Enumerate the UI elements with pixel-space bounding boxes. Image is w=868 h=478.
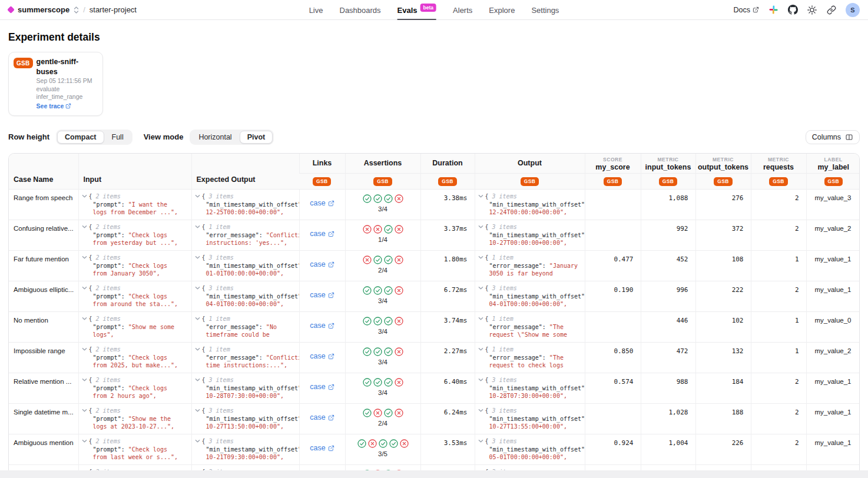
share-link-icon[interactable] <box>826 5 837 15</box>
github-icon[interactable] <box>787 5 798 15</box>
case-link[interactable]: case <box>310 291 334 299</box>
workspace-switcher-icon[interactable] <box>74 6 79 14</box>
col-header-input[interactable]: Input <box>78 154 191 190</box>
table-row[interactable]: Confusing relative...{2 items"prompt": "… <box>9 220 860 251</box>
collapse-toggle-icon[interactable] <box>478 316 483 321</box>
collapse-toggle-icon[interactable] <box>195 408 200 413</box>
item-count: 3 items <box>209 254 234 262</box>
table-row[interactable]: No mention{2 items"prompt": "Show me som… <box>9 312 860 343</box>
nav-item-live[interactable]: Live <box>309 0 323 20</box>
score-cell: 0.924 <box>585 434 641 465</box>
collapse-toggle-icon[interactable] <box>82 286 87 291</box>
label-cell: my_value_1 <box>806 434 860 465</box>
table-row[interactable]: Single datetime m...{2 items"prompt": "S… <box>9 404 860 434</box>
collapse-toggle-icon[interactable] <box>478 255 483 260</box>
columns-button[interactable]: Columns <box>806 130 860 144</box>
col-header-my-score[interactable]: SCOREmy_score <box>585 154 641 174</box>
experiment-card[interactable]: GSB gentle-sniff-buses Sep 05 12:11:56 P… <box>8 52 103 116</box>
assertion-fail-icon <box>395 286 403 295</box>
collapse-toggle-icon[interactable] <box>478 408 483 413</box>
slack-icon[interactable] <box>768 5 778 15</box>
collapse-toggle-icon[interactable] <box>478 286 483 291</box>
collapse-toggle-icon[interactable] <box>82 377 87 383</box>
collapse-toggle-icon[interactable] <box>82 255 87 260</box>
table-row[interactable]: Impossible range{2 items"prompt": "Check… <box>9 343 860 373</box>
input-cell: {2 items"prompt": "Check logsfrom around… <box>78 281 191 312</box>
collapse-toggle-icon[interactable] <box>478 224 483 230</box>
col-header-assertions[interactable]: Assertions <box>345 154 420 174</box>
user-avatar[interactable]: S <box>846 3 860 17</box>
collapse-toggle-icon[interactable] <box>82 194 87 199</box>
input-tokens-cell: 1,028 <box>641 404 695 434</box>
collapse-toggle-icon[interactable] <box>82 439 87 444</box>
collapse-toggle-icon[interactable] <box>478 347 483 352</box>
output-tokens-cell: 372 <box>695 220 751 251</box>
expected-json-preview: {3 items"min_timestamp_with_offset"10-27… <box>195 407 299 431</box>
table-row[interactable]: Ambiguous elliptic...{2 items"prompt": "… <box>9 281 860 312</box>
row-height-option-full[interactable]: Full <box>104 131 131 144</box>
case-link[interactable]: case <box>310 352 334 360</box>
col-header-links[interactable]: Links <box>299 154 345 174</box>
collapse-toggle-icon[interactable] <box>195 224 200 230</box>
collapse-toggle-icon[interactable] <box>478 377 483 383</box>
assertion-fail-icon <box>395 255 403 264</box>
collapse-toggle-icon[interactable] <box>195 316 200 321</box>
view-mode-option-pivot[interactable]: Pivot <box>240 131 273 144</box>
case-link[interactable]: case <box>310 444 334 452</box>
col-header-input-tokens[interactable]: METRICinput_tokens <box>641 154 695 174</box>
nav-item-explore[interactable]: Explore <box>489 0 515 20</box>
table-row[interactable]: Relative mention ...{2 items"prompt": "C… <box>9 373 860 404</box>
nav-item-alerts[interactable]: Alerts <box>453 0 472 20</box>
collapse-toggle-icon[interactable] <box>195 286 200 291</box>
case-link[interactable]: case <box>310 413 334 421</box>
output-cell: {3 items"min_timestamp_with_offset"12-24… <box>475 190 585 220</box>
col-header-duration[interactable]: Duration <box>420 154 475 174</box>
collapse-toggle-icon[interactable] <box>195 439 200 444</box>
collapse-toggle-icon[interactable] <box>195 255 200 260</box>
row-height-toggle: Compact Full <box>56 130 132 145</box>
collapse-toggle-icon[interactable] <box>195 347 200 352</box>
output-cell: {3 items"min_timestamp_with_offset"10-27… <box>475 220 585 251</box>
case-link[interactable]: case <box>310 260 334 268</box>
collapse-toggle-icon[interactable] <box>82 408 87 413</box>
docs-link[interactable]: Docs <box>734 6 759 14</box>
workspace-name[interactable]: summerscope <box>18 5 69 14</box>
collapse-toggle-icon[interactable] <box>195 377 200 383</box>
table-row[interactable]: Range from speech{2 items"prompt": "I wa… <box>9 190 860 220</box>
case-link[interactable]: case <box>310 199 334 207</box>
label-cell: my_value_1 <box>806 373 860 404</box>
external-link-icon <box>328 323 334 329</box>
top-nav: summerscope / starter-project Live Dashb… <box>0 0 868 20</box>
item-count: 3 items <box>492 192 517 201</box>
collapse-toggle-icon[interactable] <box>478 439 483 444</box>
collapse-toggle-icon[interactable] <box>195 194 200 199</box>
see-trace-link[interactable]: See trace <box>37 102 97 110</box>
assertions-cell: 3/4 <box>345 281 420 312</box>
table-row[interactable]: Ambiguous mention{2 items"prompt": "Chec… <box>9 434 860 465</box>
item-count: 3 items <box>492 376 517 384</box>
nav-item-dashboards[interactable]: Dashboards <box>339 0 380 20</box>
score-cell <box>585 220 641 251</box>
nav-item-settings[interactable]: Settings <box>531 0 559 20</box>
collapse-toggle-icon[interactable] <box>82 316 87 321</box>
theme-toggle-icon[interactable] <box>807 5 817 15</box>
case-link[interactable]: case <box>310 321 334 330</box>
col-header-output[interactable]: Output <box>475 154 585 174</box>
case-link[interactable]: case <box>310 383 334 391</box>
col-header-expected-output[interactable]: Expected Output <box>191 154 299 190</box>
case-link[interactable]: case <box>310 230 334 238</box>
project-name[interactable]: starter-project <box>90 5 137 14</box>
col-header-output-tokens[interactable]: METRICoutput_tokens <box>695 154 751 174</box>
table-row[interactable]: Far future mention{2 items"prompt": "Che… <box>9 251 860 281</box>
collapse-toggle-icon[interactable] <box>82 224 87 230</box>
collapse-toggle-icon[interactable] <box>82 347 87 352</box>
output-json-preview: {3 items"min_timestamp_with_offset"10-28… <box>478 376 585 400</box>
row-height-option-compact[interactable]: Compact <box>57 131 104 144</box>
col-header-case-name[interactable]: Case Name <box>9 154 78 190</box>
assertion-pass-icon <box>379 439 387 448</box>
nav-item-evals[interactable]: Evalsbeta <box>397 0 436 20</box>
collapse-toggle-icon[interactable] <box>478 194 483 199</box>
col-header-requests[interactable]: METRICrequests <box>751 154 806 174</box>
col-header-my-label[interactable]: LABELmy_label <box>806 154 860 174</box>
view-mode-option-horizontal[interactable]: Horizontal <box>191 131 239 144</box>
